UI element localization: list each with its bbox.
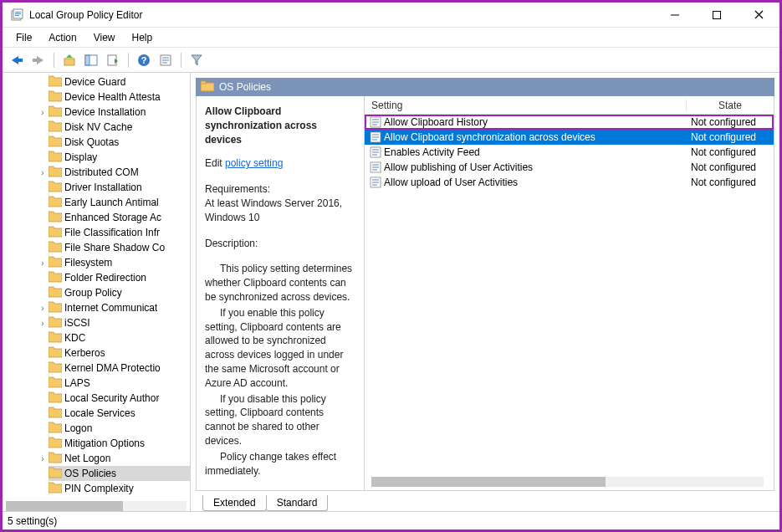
edit-link-row: Edit policy setting xyxy=(205,156,355,171)
folder-icon xyxy=(49,151,62,164)
settings-horizontal-scrollbar[interactable] xyxy=(371,477,764,487)
tree-horizontal-scrollbar[interactable] xyxy=(6,501,187,511)
column-header-setting[interactable]: Setting xyxy=(365,100,686,111)
tree-item[interactable]: Driver Installation xyxy=(49,180,190,195)
tree-item[interactable]: Display xyxy=(49,150,190,165)
tree-item[interactable]: Enhanced Storage Ac xyxy=(49,210,190,225)
tree-item[interactable]: KDC xyxy=(49,330,190,345)
setting-row[interactable]: Allow upload of User ActivitiesNot confi… xyxy=(365,175,774,190)
tree-item[interactable]: Local Security Author xyxy=(49,391,190,406)
folder-icon xyxy=(49,226,62,239)
maximize-button[interactable] xyxy=(699,3,734,27)
folder-icon xyxy=(49,105,62,119)
tree-item[interactable]: Locale Services xyxy=(49,406,190,421)
expand-arrow-icon[interactable]: › xyxy=(37,319,49,328)
pane-title: OS Policies xyxy=(219,81,271,93)
tree-item-label: Distributed COM xyxy=(64,166,139,178)
expand-arrow-icon[interactable]: › xyxy=(37,304,49,313)
svg-marker-12 xyxy=(66,54,73,58)
tree-item[interactable]: Early Launch Antimal xyxy=(49,195,190,210)
minimize-button[interactable] xyxy=(657,3,693,27)
tree-item[interactable]: ›Distributed COM xyxy=(49,165,190,180)
help-button[interactable]: ? xyxy=(135,51,153,69)
folder-icon xyxy=(49,482,62,495)
tree-item[interactable]: ›Filesystem xyxy=(49,255,190,270)
folder-icon xyxy=(49,346,62,360)
export-button[interactable] xyxy=(104,51,122,69)
folder-icon xyxy=(49,90,62,104)
setting-row[interactable]: Allow Clipboard HistoryNot configured xyxy=(365,115,774,130)
tab-extended[interactable]: Extended xyxy=(202,495,267,511)
tree-item[interactable]: ›Device Installation xyxy=(49,105,190,120)
setting-row[interactable]: Allow Clipboard synchronization across d… xyxy=(365,130,774,145)
setting-state: Not configured xyxy=(686,146,774,158)
tree-item[interactable]: Disk Quotas xyxy=(49,135,190,150)
properties-button[interactable] xyxy=(156,51,175,69)
menu-help[interactable]: Help xyxy=(125,30,160,45)
tree-item[interactable]: Kernel DMA Protectio xyxy=(49,361,190,376)
setting-icon xyxy=(370,161,381,173)
tree-item[interactable]: Mitigation Options xyxy=(49,436,190,451)
setting-name: Enables Activity Feed xyxy=(384,146,686,158)
folder-icon xyxy=(49,467,62,480)
tree-item[interactable]: LAPS xyxy=(49,376,190,391)
expand-arrow-icon[interactable]: › xyxy=(37,168,49,177)
scrollbar-thumb[interactable] xyxy=(6,501,123,511)
scrollbar-thumb[interactable] xyxy=(371,477,606,487)
tree-item[interactable]: File Share Shadow Co xyxy=(49,240,190,255)
folder-icon xyxy=(49,256,62,269)
filter-button[interactable] xyxy=(187,51,206,69)
pane-header: OS Policies xyxy=(196,78,774,96)
tab-standard[interactable]: Standard xyxy=(266,495,329,511)
setting-state: Not configured xyxy=(686,116,774,128)
folder-icon xyxy=(49,136,62,149)
tree-item[interactable]: Group Policy xyxy=(49,285,190,300)
tree-scroll[interactable]: Device GuardDevice Health Attesta›Device… xyxy=(3,74,190,498)
forward-button[interactable] xyxy=(29,51,48,69)
setting-row[interactable]: Enables Activity FeedNot configured xyxy=(365,145,774,160)
folder-icon xyxy=(49,316,62,330)
tree-item[interactable]: ›Net Logon xyxy=(49,451,190,466)
close-button[interactable] xyxy=(741,3,776,27)
app-icon xyxy=(11,8,24,22)
edit-prefix: Edit xyxy=(205,157,225,169)
menu-view[interactable]: View xyxy=(87,30,122,45)
tree-item-label: Local Security Author xyxy=(64,392,159,404)
folder-icon xyxy=(49,120,62,134)
tree-item-label: Mitigation Options xyxy=(64,437,145,449)
tree-item[interactable]: Disk NV Cache xyxy=(49,120,190,135)
tree-item[interactable]: OS Policies xyxy=(49,466,190,481)
tree-item[interactable]: Device Health Attesta xyxy=(49,90,190,105)
tree-item[interactable]: ›iSCSI xyxy=(49,315,190,330)
tree-item[interactable]: ›Internet Communicat xyxy=(49,300,190,315)
tree-item[interactable]: Device Guard xyxy=(49,74,190,90)
edit-policy-link[interactable]: policy setting xyxy=(225,157,283,169)
menubar: File Action View Help xyxy=(3,28,779,48)
back-button[interactable] xyxy=(8,51,26,69)
tree-item-label: Net Logon xyxy=(64,453,110,464)
setting-row[interactable]: Allow publishing of User ActivitiesNot c… xyxy=(365,160,774,175)
expand-arrow-icon[interactable]: › xyxy=(37,258,49,268)
settings-list[interactable]: Allow Clipboard HistoryNot configuredAll… xyxy=(365,115,774,490)
tree-item[interactable]: File Classification Infr xyxy=(49,225,190,240)
right-pane: OS Policies Allow Clipboard synchronizat… xyxy=(191,73,779,511)
show-hide-tree-button[interactable] xyxy=(82,51,100,69)
expand-arrow-icon[interactable]: › xyxy=(37,108,49,117)
up-button[interactable] xyxy=(60,51,79,69)
menu-action[interactable]: Action xyxy=(42,30,83,45)
settings-column: Setting State Allow Clipboard HistoryNot… xyxy=(364,96,774,490)
tree-item-label: OS Policies xyxy=(64,468,116,479)
tree-item[interactable]: PIN Complexity xyxy=(49,481,190,496)
menu-file[interactable]: File xyxy=(9,30,38,45)
column-header-state[interactable]: State xyxy=(686,100,774,111)
svg-marker-9 xyxy=(12,56,23,64)
svg-marker-10 xyxy=(33,56,43,64)
tree-item[interactable]: Kerberos xyxy=(49,345,190,361)
tree-item-label: Disk Quotas xyxy=(64,136,119,148)
tree-item-label: Internet Communicat xyxy=(64,302,157,314)
tree-item[interactable]: Logon xyxy=(49,421,190,436)
folder-icon xyxy=(49,391,62,405)
toolbar-separator xyxy=(128,53,129,68)
tree-item[interactable]: Folder Redirection xyxy=(49,270,190,285)
expand-arrow-icon[interactable]: › xyxy=(37,454,49,463)
